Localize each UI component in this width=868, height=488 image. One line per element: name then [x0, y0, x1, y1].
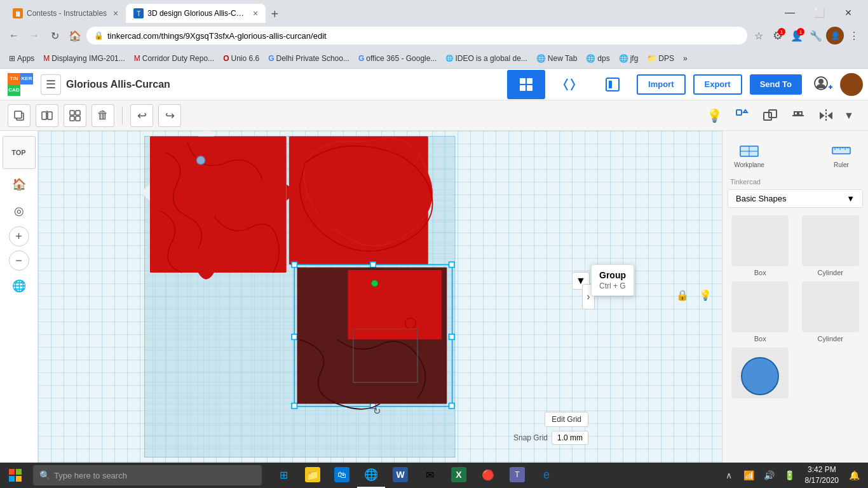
taskbar-mail[interactable]: ✉ — [416, 463, 444, 488]
user-icon[interactable]: 👤 1 — [788, 27, 806, 44]
lock-icon[interactable]: 🔒 — [674, 286, 691, 304]
bookmark-dps[interactable]: 🌐 dps — [582, 53, 613, 64]
svg-rect-13 — [48, 112, 52, 119]
align-button[interactable] — [787, 104, 810, 127]
taskbar-chrome[interactable]: 🌐 — [357, 463, 385, 488]
tc-menu-button[interactable]: ☰ — [41, 74, 61, 95]
duplicate-button[interactable] — [8, 104, 31, 127]
bookmark-gmail2-label: Corridor Duty Repo... — [142, 54, 214, 63]
taskbar-network-icon[interactable]: 📶 — [740, 466, 758, 484]
tc-export-button[interactable]: Export — [693, 74, 742, 95]
reload-button[interactable]: ↻ — [46, 27, 64, 44]
dropdown-arrow-toolbar[interactable]: ▼ — [843, 104, 855, 127]
tc-code-button[interactable] — [550, 70, 588, 99]
bookmark-office365[interactable]: G office 365 - Google... — [355, 53, 441, 64]
taskbar-battery-icon[interactable]: 🔋 — [781, 466, 799, 484]
flip-button[interactable] — [36, 104, 58, 127]
tab2-close[interactable]: × — [253, 8, 258, 18]
shape-cylinder-orange[interactable]: Cylinder — [798, 281, 864, 342]
close-button[interactable]: × — [834, 3, 863, 23]
zoom-in-tool[interactable]: + — [9, 226, 29, 247]
visibility-icon[interactable]: 💡 — [696, 286, 714, 304]
taskbar-search-text: Type here to search — [54, 471, 127, 480]
puzzle-piece-3-selected[interactable]: ↻ — [292, 262, 454, 416]
bookmark-opera[interactable]: O Unio 6.6 — [219, 53, 263, 64]
ruler-button[interactable]: Ruler — [822, 136, 860, 172]
taskbar-excel[interactable]: X — [445, 463, 473, 488]
tc-add-user[interactable] — [812, 74, 832, 95]
sphere-blue-thumb — [731, 348, 789, 398]
bookmark-delhi[interactable]: G Delhi Private Schoo... — [264, 53, 353, 64]
shape-sphere-blue[interactable] — [728, 348, 793, 398]
puzzle-piece-1[interactable] — [143, 131, 293, 280]
shape-box-red[interactable]: Box — [728, 281, 793, 342]
start-button[interactable] — [0, 463, 31, 488]
tc-sendto-button[interactable]: Send To — [750, 74, 802, 95]
new-tab-button[interactable]: + — [266, 5, 283, 23]
puzzle-piece-2[interactable] — [289, 136, 433, 264]
tab-1[interactable]: 📋 Contests - Instructables × — [5, 4, 126, 23]
taskbar-word[interactable]: W — [386, 463, 414, 488]
snap-grid-value[interactable]: 1.0 mm — [552, 431, 588, 445]
taskbar-time-date[interactable]: 3:42 PM 8/17/2020 — [801, 463, 843, 487]
svg-rect-89 — [370, 262, 376, 267]
tc-profile-avatar[interactable] — [840, 73, 863, 96]
box-red-label: Box — [754, 335, 766, 342]
taskbar-search-box[interactable]: 🔍 Type here to search — [33, 465, 262, 485]
tab-2[interactable]: T 3D design Glorious Allis-Curcan × — [126, 4, 266, 23]
view-top-box[interactable]: TOP — [3, 136, 36, 169]
shape-box-gray[interactable]: Box — [728, 215, 793, 276]
taskbar-up-arrow[interactable]: ∧ — [720, 466, 738, 484]
zoom-out-tool[interactable]: − — [9, 250, 29, 271]
left-panel: TOP 🏠 ◎ + − 🌐 — [0, 131, 38, 463]
bookmark-dps2[interactable]: 📁 DPS — [643, 53, 678, 64]
taskbar-store[interactable]: 🛍 — [328, 463, 356, 488]
bookmark-apps[interactable]: ⊞ Apps — [5, 53, 38, 64]
taskbar-app9[interactable]: 🔴 — [474, 463, 502, 488]
canvas-area[interactable]: ↻ Group Ctrl + G ▼ 🔒 💡 › — [38, 131, 722, 463]
bookmarks-more[interactable]: » — [679, 53, 691, 64]
tab1-close[interactable]: × — [113, 8, 118, 18]
mirror-button[interactable] — [815, 104, 837, 127]
bookmark-gmail2[interactable]: M Corridor Duty Repo... — [130, 53, 218, 64]
bookmark-jfg[interactable]: 🌐 jfg — [615, 53, 642, 64]
bookmark-newtab[interactable]: 🌐 New Tab — [532, 53, 581, 64]
maximize-button[interactable]: ⬜ — [804, 3, 834, 23]
group-copy-button[interactable] — [64, 104, 86, 127]
taskbar-volume-icon[interactable]: 🔊 — [761, 466, 778, 484]
chrome-icon[interactable]: ⚙ 1 — [769, 27, 787, 44]
back-button[interactable]: ← — [5, 27, 23, 44]
light-bulb-button[interactable]: 💡 — [703, 104, 726, 127]
taskbar-explorer[interactable]: 📁 — [299, 463, 327, 488]
tc-view-grid-button[interactable] — [507, 70, 545, 99]
tinkercad-logo[interactable]: TIN KER CAD — [5, 72, 36, 97]
menu-icon[interactable]: ⋮ — [845, 27, 863, 44]
profile-avatar[interactable]: 👤 — [826, 27, 844, 44]
edit-grid-button[interactable]: Edit Grid — [545, 412, 588, 427]
redo-button[interactable]: ↪ — [158, 104, 181, 127]
address-input[interactable]: 🔒 tinkercad.com/things/9XgsqT3sfxA-glori… — [86, 27, 747, 44]
extensions-icon[interactable]: 🔧 — [807, 27, 825, 44]
taskview-button[interactable]: ⊞ — [269, 463, 297, 488]
shapes-dropdown[interactable]: Basic Shapes ▼ — [728, 189, 863, 208]
taskbar-teams[interactable]: T — [503, 463, 531, 488]
cube-view-button[interactable] — [759, 104, 782, 127]
minimize-button[interactable]: — — [775, 3, 804, 23]
undo-button[interactable]: ↩ — [130, 104, 153, 127]
star-icon[interactable]: ☆ — [750, 27, 768, 44]
taskbar-edge[interactable]: e — [532, 463, 560, 488]
target-tool[interactable]: ◎ — [8, 200, 31, 222]
forward-button[interactable]: → — [25, 27, 43, 44]
home-tool[interactable]: 🏠 — [8, 173, 31, 196]
bookmark-gmail1[interactable]: M Displaying IMG-201... — [39, 53, 128, 64]
home-button[interactable]: 🏠 — [66, 27, 84, 44]
delete-button[interactable]: 🗑 — [92, 104, 114, 127]
taskbar-notification-icon[interactable]: 🔔 — [845, 466, 863, 484]
tc-sim-button[interactable] — [593, 70, 632, 99]
perspective-tool[interactable]: 🌐 — [8, 274, 31, 297]
shape-cylinder-gray[interactable]: Cylinder — [798, 215, 864, 276]
bookmark-ideo[interactable]: 🌐 IDEO is a global de... — [442, 53, 531, 64]
shape-view-button[interactable] — [731, 104, 754, 127]
tc-import-button[interactable]: Import — [637, 74, 685, 95]
workplane-button[interactable]: Workplane — [730, 136, 768, 172]
